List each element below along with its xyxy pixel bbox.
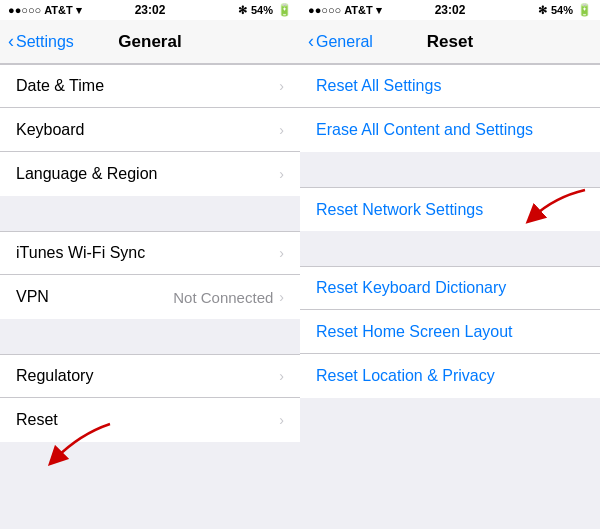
left-back-label: Settings (16, 33, 74, 51)
list-item-keyboard[interactable]: Keyboard › (0, 108, 300, 152)
reset-chevron-icon: › (279, 412, 284, 428)
right-signal: ●●○○○ (308, 4, 341, 16)
list-item-date-time[interactable]: Date & Time › (0, 64, 300, 108)
left-carrier: ●●○○○ AT&T ▾ (8, 4, 82, 17)
left-battery-pct: 54% (251, 4, 273, 16)
left-group-2: iTunes Wi-Fi Sync › VPN Not Connected › (0, 231, 300, 319)
left-nav-bar: ‹ Settings General (0, 20, 300, 64)
reset-label: Reset (16, 411, 279, 429)
language-label: Language & Region (16, 165, 279, 183)
language-chevron-icon: › (279, 166, 284, 182)
left-battery-icon: 🔋 (277, 3, 292, 17)
left-wifi: ▾ (76, 4, 82, 17)
regulatory-label: Regulatory (16, 367, 279, 385)
right-nav-title: Reset (427, 32, 473, 52)
list-item-reset-location[interactable]: Reset Location & Privacy (300, 354, 600, 398)
vpn-chevron-icon: › (279, 289, 284, 305)
left-time: 23:02 (135, 3, 166, 17)
list-item-reset-keyboard[interactable]: Reset Keyboard Dictionary (300, 266, 600, 310)
right-back-label: General (316, 33, 373, 51)
right-carrier: ●●○○○ AT&T ▾ (308, 4, 382, 17)
list-item-vpn[interactable]: VPN Not Connected › (0, 275, 300, 319)
left-back-button[interactable]: ‹ Settings (8, 31, 74, 52)
left-right-status: ✻ 54% 🔋 (238, 3, 292, 17)
right-separator-1 (300, 152, 600, 187)
left-carrier-name: AT&T (44, 4, 73, 16)
left-back-chevron-icon: ‹ (8, 31, 14, 52)
reset-keyboard-label: Reset Keyboard Dictionary (316, 279, 584, 297)
right-status-bar: ●●○○○ AT&T ▾ 23:02 ✻ 54% 🔋 (300, 0, 600, 20)
right-reset-list: Reset All Settings Erase All Content and… (300, 64, 600, 529)
right-group-2: Reset Network Settings (300, 187, 600, 231)
list-item-reset-all[interactable]: Reset All Settings (300, 64, 600, 108)
right-group-3: Reset Keyboard Dictionary Reset Home Scr… (300, 266, 600, 398)
list-item-reset-network[interactable]: Reset Network Settings (300, 187, 600, 231)
list-item-reset-homescreen[interactable]: Reset Home Screen Layout (300, 310, 600, 354)
right-battery-icon: 🔋 (577, 3, 592, 17)
list-item-regulatory[interactable]: Regulatory › (0, 354, 300, 398)
date-time-chevron-icon: › (279, 78, 284, 94)
right-time: 23:02 (435, 3, 466, 17)
reset-location-label: Reset Location & Privacy (316, 367, 584, 385)
left-separator-2 (0, 319, 300, 354)
keyboard-chevron-icon: › (279, 122, 284, 138)
left-status-bar: ●●○○○ AT&T ▾ 23:02 ✻ 54% 🔋 (0, 0, 300, 20)
reset-homescreen-label: Reset Home Screen Layout (316, 323, 584, 341)
right-panel: ●●○○○ AT&T ▾ 23:02 ✻ 54% 🔋 ‹ General Res… (300, 0, 600, 529)
right-back-button[interactable]: ‹ General (308, 31, 373, 52)
left-group-1: Date & Time › Keyboard › Language & Regi… (0, 64, 300, 196)
list-item-erase-all[interactable]: Erase All Content and Settings (300, 108, 600, 152)
right-wifi: ▾ (376, 4, 382, 17)
left-separator-1 (0, 196, 300, 231)
right-nav-bar: ‹ General Reset (300, 20, 600, 64)
vpn-value: Not Connected (173, 289, 273, 306)
right-right-status: ✻ 54% 🔋 (538, 3, 592, 17)
left-panel: ●●○○○ AT&T ▾ 23:02 ✻ 54% 🔋 ‹ Settings Ge… (0, 0, 300, 529)
left-signal: ●●○○○ (8, 4, 41, 16)
itunes-chevron-icon: › (279, 245, 284, 261)
left-nav-title: General (118, 32, 181, 52)
left-bluetooth-icon: ✻ (238, 4, 247, 17)
right-back-chevron-icon: ‹ (308, 31, 314, 52)
right-carrier-name: AT&T (344, 4, 373, 16)
right-separator-2 (300, 231, 600, 266)
list-item-language[interactable]: Language & Region › (0, 152, 300, 196)
keyboard-label: Keyboard (16, 121, 279, 139)
right-bluetooth-icon: ✻ (538, 4, 547, 17)
vpn-label: VPN (16, 288, 173, 306)
reset-all-label: Reset All Settings (316, 77, 584, 95)
regulatory-chevron-icon: › (279, 368, 284, 384)
left-settings-list: Date & Time › Keyboard › Language & Regi… (0, 64, 300, 442)
erase-all-label: Erase All Content and Settings (316, 121, 584, 139)
right-battery-pct: 54% (551, 4, 573, 16)
left-group-3: Regulatory › Reset › (0, 354, 300, 442)
itunes-label: iTunes Wi-Fi Sync (16, 244, 279, 262)
list-item-reset[interactable]: Reset › (0, 398, 300, 442)
list-item-itunes[interactable]: iTunes Wi-Fi Sync › (0, 231, 300, 275)
right-group-1: Reset All Settings Erase All Content and… (300, 64, 600, 152)
date-time-label: Date & Time (16, 77, 279, 95)
reset-network-label: Reset Network Settings (316, 201, 584, 219)
